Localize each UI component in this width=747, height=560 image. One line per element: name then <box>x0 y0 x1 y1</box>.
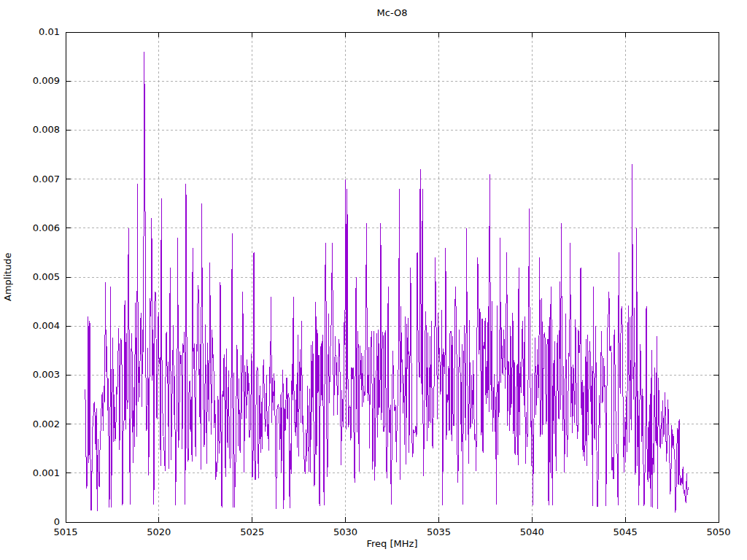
x-tick-label: 5040 <box>510 526 554 537</box>
x-tick-label: 5020 <box>137 526 181 537</box>
chart-figure: Mc-O8 Amplitude Freq [MHz] 5015502050255… <box>0 0 747 560</box>
y-tick-label: 0.002 <box>0 419 60 429</box>
y-tick-label: 0.006 <box>0 222 60 233</box>
y-tick-label: 0.004 <box>0 320 60 331</box>
y-tick-label: 0.001 <box>0 467 60 478</box>
y-tick-label: 0.009 <box>0 75 60 86</box>
series-line <box>85 52 688 513</box>
x-tick-label: 5050 <box>697 526 740 537</box>
plot-svg <box>0 0 747 560</box>
x-tick-label: 5025 <box>231 526 274 537</box>
x-tick-label: 5030 <box>324 526 368 537</box>
y-tick-label: 0 <box>0 516 60 527</box>
y-tick-label: 0.008 <box>0 124 60 135</box>
x-tick-label: 5015 <box>44 526 88 537</box>
y-tick-label: 0.003 <box>0 369 60 380</box>
y-tick-label: 0.005 <box>0 271 60 282</box>
y-tick-label: 0.007 <box>0 174 60 184</box>
x-tick-label: 5035 <box>417 526 460 537</box>
y-tick-label: 0.01 <box>0 26 60 37</box>
x-tick-label: 5045 <box>603 526 647 537</box>
